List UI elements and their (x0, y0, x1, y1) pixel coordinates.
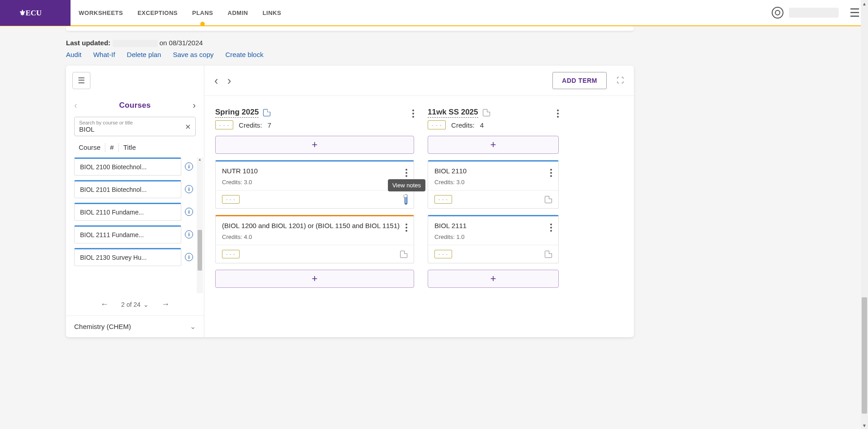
pager-text: 2 of 24 (121, 301, 141, 308)
plan-course[interactable]: NUTR 1010 Credits: 3.0 - - - View notes (215, 160, 414, 209)
add-course-slot[interactable]: + (428, 270, 559, 288)
course-menu[interactable] (550, 222, 552, 232)
pager-prev[interactable]: ← (100, 300, 108, 309)
action-audit[interactable]: Audit (66, 51, 81, 58)
page-scrollbar[interactable]: ▲ ▼ (861, 0, 868, 355)
planner-toolbar: ‹ › ADD TERM ⛶ (204, 66, 634, 96)
course-card[interactable]: BIOL 2101 Biotechnol... (74, 180, 181, 198)
info-icon[interactable]: i (185, 208, 193, 216)
scrollbar-thumb[interactable] (862, 297, 867, 355)
last-updated-label: Last updated: (66, 39, 110, 47)
note-icon[interactable] (483, 109, 490, 116)
course-title: BIOL 2110 (434, 167, 467, 177)
add-course-slot[interactable]: + (428, 136, 559, 154)
credits-value: 4 (480, 121, 484, 129)
filter-number[interactable]: # (105, 142, 118, 153)
topbar: ⚜ECU WORKSHEETS EXCEPTIONS PLANS ADMIN L… (0, 0, 868, 26)
term-prev[interactable]: ‹ (214, 74, 218, 88)
plan-course[interactable]: (BIOL 1200 and BIOL 1201) or (BIOL 1150 … (215, 215, 414, 263)
list-item: BIOL 2101 Biotechnol... i (74, 180, 193, 198)
plan-course[interactable]: BIOL 2110 Credits: 3.0 - - - (428, 160, 559, 209)
add-course-slot[interactable]: + (215, 270, 414, 288)
action-create-block[interactable]: Create block (226, 51, 264, 58)
note-icon[interactable] (545, 196, 552, 203)
chevron-down-icon: ⌄ (190, 322, 196, 331)
filter-row: Course # Title (66, 142, 204, 157)
sidebar: ☰ ‹ Courses › Search by course or title … (66, 66, 204, 337)
term-title[interactable]: 11wk SS 2025 (428, 108, 478, 118)
nav-worksheets[interactable]: WORKSHEETS (79, 0, 123, 25)
course-title: BIOL 2111 (434, 222, 467, 232)
pager-next[interactable]: → (161, 300, 170, 309)
sidebar-toggle[interactable]: ☰ (72, 72, 90, 89)
course-card[interactable]: BIOL 2110 Fundame... (74, 203, 181, 221)
info-icon[interactable]: i (185, 185, 193, 193)
filter-title[interactable]: Title (119, 142, 141, 153)
status-badge: - - - (215, 120, 233, 129)
course-card[interactable]: BIOL 2100 Biotechnol... (74, 157, 181, 176)
courses-next[interactable]: › (193, 100, 196, 110)
list-item: BIOL 2100 Biotechnol... i (74, 157, 193, 176)
add-term-button[interactable]: ADD TERM (552, 72, 607, 89)
expand-icon[interactable]: ⛶ (617, 76, 624, 85)
nav-plans[interactable]: PLANS (192, 0, 213, 25)
search-input[interactable]: Search by course or title BIOL ✕ (74, 117, 196, 136)
note-icon[interactable] (263, 109, 270, 116)
course-menu[interactable] (406, 222, 407, 232)
card-fragment (66, 26, 634, 31)
course-menu[interactable] (406, 167, 407, 177)
scrollbar-thumb[interactable] (198, 230, 202, 271)
note-icon[interactable] (400, 251, 407, 258)
credits-label: Credits: (451, 121, 475, 129)
svg-text:⚜ECU: ⚜ECU (19, 9, 42, 17)
action-delete[interactable]: Delete plan (127, 51, 161, 58)
info-icon[interactable]: i (185, 230, 193, 238)
terms: Spring 2025 - - - Credits: 7 + (204, 96, 634, 300)
term-title[interactable]: Spring 2025 (215, 108, 259, 118)
plan-course[interactable]: BIOL 2111 Credits: 1.0 - - - (428, 215, 559, 263)
search-value: BIOL (79, 125, 191, 133)
course-card[interactable]: BIOL 2130 Survey Hu... (74, 248, 181, 266)
last-updated: Last updated: on 08/31/2024 (66, 39, 634, 47)
course-list-wrap: BIOL 2100 Biotechnol... i BIOL 2101 Biot… (66, 157, 204, 293)
menu-icon[interactable]: ☰ (844, 6, 860, 20)
course-card[interactable]: BIOL 2111 Fundame... (74, 225, 181, 243)
subject-row[interactable]: Chemistry (CHEM) ⌄ (66, 315, 204, 337)
nav-admin[interactable]: ADMIN (228, 0, 248, 25)
term-menu[interactable] (557, 108, 559, 118)
action-saveas[interactable]: Save as copy (173, 51, 213, 58)
term-column: 11wk SS 2025 - - - Credits: 4 + (428, 108, 559, 288)
filter-course[interactable]: Course (74, 142, 105, 153)
nav-exceptions[interactable]: EXCEPTIONS (137, 0, 178, 25)
list-item: BIOL 2110 Fundame... i (74, 203, 193, 221)
list-item: BIOL 2111 Fundame... i (74, 225, 193, 243)
chevron-down-icon[interactable]: ⌄ (143, 301, 149, 308)
course-title: NUTR 1010 (222, 167, 258, 177)
term-header: Spring 2025 - - - Credits: 7 (215, 108, 414, 129)
courses-header: ‹ Courses › (66, 95, 204, 117)
status-badge: - - - (222, 250, 240, 258)
user-name-redacted (789, 8, 839, 18)
info-icon[interactable]: i (185, 253, 193, 261)
plan-actions: Audit What-If Delete plan Save as copy C… (66, 51, 634, 58)
action-whatif[interactable]: What-If (93, 51, 115, 58)
add-course-slot[interactable]: + (215, 136, 414, 154)
term-menu[interactable] (412, 108, 414, 118)
info-icon[interactable]: i (185, 162, 193, 171)
list-scrollbar[interactable]: ▲ (197, 157, 203, 293)
clear-icon[interactable]: ✕ (185, 122, 191, 131)
logo: ⚜ECU (0, 0, 71, 26)
course-list: BIOL 2100 Biotechnol... i BIOL 2101 Biot… (66, 157, 197, 293)
term-next[interactable]: › (227, 74, 231, 88)
course-credits: Credits: 4.0 (216, 234, 414, 245)
nav-links[interactable]: LINKS (263, 0, 282, 25)
note-icon[interactable] (405, 194, 407, 205)
course-menu[interactable] (550, 167, 552, 177)
course-credits: Credits: 3.0 (216, 179, 414, 190)
search-placeholder: Search by course or title (79, 120, 191, 125)
courses-prev[interactable]: ‹ (74, 100, 77, 110)
note-icon[interactable] (545, 251, 552, 258)
planner: ‹ › ADD TERM ⛶ Spring 2025 (204, 66, 634, 337)
subject-label: Chemistry (CHEM) (74, 323, 131, 330)
user-icon[interactable] (772, 7, 783, 19)
